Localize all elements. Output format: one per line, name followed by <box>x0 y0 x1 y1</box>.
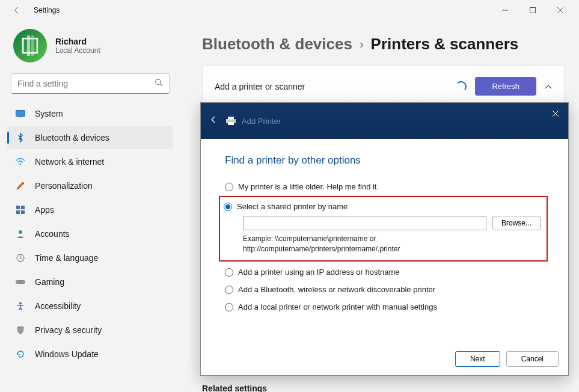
sidebar-item-privacy[interactable]: Privacy & security <box>7 319 173 341</box>
radio-checked-icon <box>224 203 232 211</box>
accessibility-icon <box>16 301 25 311</box>
search-box[interactable] <box>11 73 170 94</box>
sidebar-item-label: Network & internet <box>35 157 104 167</box>
svg-point-23 <box>19 302 22 305</box>
svg-rect-10 <box>19 117 22 117</box>
window-title: Settings <box>34 6 60 14</box>
svg-rect-20 <box>16 280 25 284</box>
minimize-button[interactable] <box>491 0 519 20</box>
next-button[interactable]: Next <box>455 351 500 367</box>
sidebar-item-label: Apps <box>35 205 54 215</box>
option-local-printer[interactable]: Add a local printer or network printer w… <box>225 302 544 311</box>
shield-icon <box>16 325 25 335</box>
sidebar-item-apps[interactable]: Apps <box>7 198 173 221</box>
option-label: Select a shared printer by name <box>237 202 348 211</box>
chevron-right-icon: › <box>360 37 364 51</box>
svg-rect-13 <box>21 206 25 209</box>
sidebar-item-windows-update[interactable]: Windows Update <box>7 343 173 366</box>
option-label: My printer is a little older. Help me fi… <box>238 182 379 191</box>
svg-point-22 <box>22 281 23 283</box>
sidebar-item-label: Time & language <box>35 253 98 263</box>
sidebar-item-accessibility[interactable]: Accessibility <box>7 295 173 317</box>
bluetooth-icon <box>16 133 25 142</box>
example-text: Example: \\computername\printername or h… <box>243 234 541 254</box>
svg-rect-5 <box>27 35 30 56</box>
svg-rect-1 <box>530 8 536 13</box>
option-label: Add a local printer or network printer w… <box>238 302 437 311</box>
page-title: Printers & scanners <box>371 35 519 54</box>
sidebar-item-label: Accessibility <box>35 301 81 311</box>
clock-icon <box>16 253 25 263</box>
sidebar-item-label: Windows Update <box>35 349 99 359</box>
svg-rect-15 <box>21 210 25 214</box>
sidebar-item-time-language[interactable]: Time & language <box>7 247 173 269</box>
svg-point-7 <box>156 79 161 85</box>
svg-rect-26 <box>228 122 234 125</box>
sidebar-item-label: Gaming <box>35 277 64 287</box>
option-older-printer[interactable]: My printer is a little older. Help me fi… <box>225 182 544 191</box>
dialog-title: Add Printer <box>242 117 281 126</box>
sidebar-item-personalization[interactable]: Personalization <box>7 174 173 197</box>
close-window-button[interactable] <box>547 0 574 20</box>
svg-rect-12 <box>16 206 20 209</box>
option-shared-printer[interactable]: Select a shared printer by name <box>224 202 541 211</box>
chevron-up-icon[interactable] <box>545 82 552 91</box>
user-subtitle: Local Account <box>55 46 100 55</box>
svg-rect-6 <box>31 35 34 56</box>
sidebar-item-label: Bluetooth & devices <box>35 133 109 142</box>
svg-rect-9 <box>16 111 25 117</box>
option-ip-address[interactable]: Add a printer using an IP address or hos… <box>225 268 544 277</box>
back-button[interactable] <box>5 0 29 20</box>
maximize-button[interactable] <box>519 0 547 20</box>
apps-icon <box>16 205 25 215</box>
add-printer-dialog: Add Printer Find a printer by other opti… <box>200 102 569 376</box>
search-input[interactable] <box>17 79 155 88</box>
dialog-heading: Find a printer by other options <box>225 155 544 167</box>
dialog-close-button[interactable] <box>547 106 565 121</box>
related-settings-heading: Related settings <box>202 384 565 392</box>
breadcrumb: Bluetooth & devices › Printers & scanner… <box>202 35 565 54</box>
gaming-icon <box>16 277 25 287</box>
card-label: Add a printer or scanner <box>215 82 447 91</box>
svg-point-11 <box>20 164 22 165</box>
option-bluetooth-wireless[interactable]: Add a Bluetooth, wireless or network dis… <box>225 285 544 294</box>
option-label: Add a Bluetooth, wireless or network dis… <box>238 285 435 294</box>
svg-point-21 <box>17 281 19 283</box>
system-icon <box>16 109 25 118</box>
sidebar-item-accounts[interactable]: Accounts <box>7 222 173 245</box>
wifi-icon <box>16 157 25 167</box>
highlight-box: Select a shared printer by name Browse..… <box>219 196 548 262</box>
cancel-button[interactable]: Cancel <box>506 351 559 367</box>
svg-line-19 <box>20 258 22 259</box>
person-icon <box>16 229 25 239</box>
radio-icon <box>225 303 233 311</box>
sidebar-item-label: System <box>35 109 63 118</box>
search-icon <box>155 78 163 89</box>
user-block[interactable]: Richard Local Account <box>7 25 173 73</box>
svg-rect-14 <box>16 210 20 214</box>
browse-button[interactable]: Browse... <box>492 216 541 230</box>
svg-line-8 <box>161 84 163 87</box>
radio-icon <box>225 183 233 191</box>
svg-rect-25 <box>228 117 234 120</box>
avatar <box>13 29 47 63</box>
shared-printer-path-input[interactable] <box>243 216 486 230</box>
sidebar-item-label: Accounts <box>35 229 70 239</box>
option-label: Add a printer using an IP address or hos… <box>238 268 400 277</box>
sidebar-item-label: Personalization <box>35 181 93 191</box>
add-printer-card: Add a printer or scanner Refresh <box>202 66 565 107</box>
refresh-button[interactable]: Refresh <box>475 77 536 96</box>
sidebar-item-gaming[interactable]: Gaming <box>7 271 173 293</box>
breadcrumb-parent[interactable]: Bluetooth & devices <box>202 35 352 54</box>
loading-spinner-icon <box>456 81 467 92</box>
printer-icon <box>225 116 237 126</box>
sidebar-item-label: Privacy & security <box>35 325 102 335</box>
sidebar-item-bluetooth-devices[interactable]: Bluetooth & devices <box>7 126 173 149</box>
paintbrush-icon <box>16 181 25 191</box>
user-name: Richard <box>55 37 100 46</box>
radio-icon <box>225 286 233 294</box>
sidebar-item-system[interactable]: System <box>7 102 173 125</box>
update-icon <box>16 349 25 359</box>
dialog-back-button[interactable] <box>209 115 218 126</box>
sidebar-item-network[interactable]: Network & internet <box>7 150 173 173</box>
